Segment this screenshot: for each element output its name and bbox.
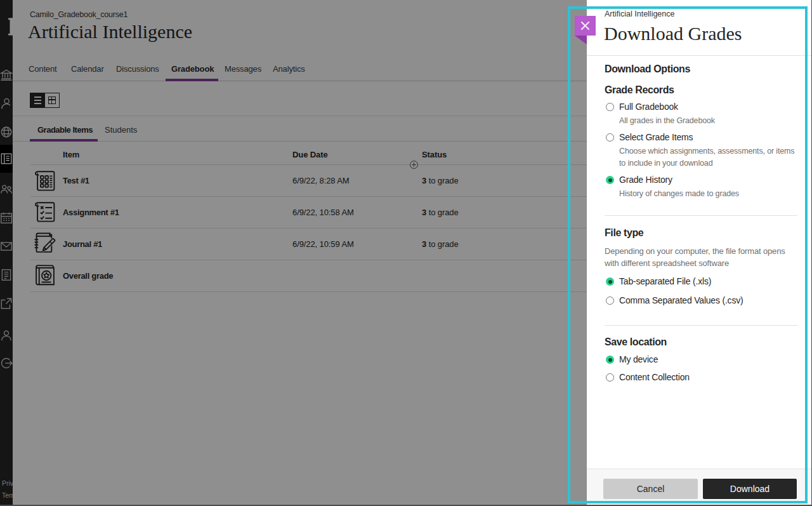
radio-tab-separated-label[interactable]: Tab-separated File (.xls)	[619, 276, 711, 286]
file-type-description: Depending on your computer, the file for…	[605, 246, 797, 269]
close-icon	[580, 21, 590, 30]
save-location-heading: Save location	[605, 336, 667, 348]
radio-content-collection-label[interactable]: Content Collection	[619, 372, 690, 382]
radio-my-device[interactable]	[606, 356, 614, 364]
section-divider	[605, 325, 797, 326]
download-button[interactable]: Download	[703, 479, 797, 499]
radio-select-grade-items-desc: Choose which assignments, assessments, o…	[619, 145, 802, 169]
panel-title: Download Grades	[604, 23, 742, 44]
radio-grade-history-label[interactable]: Grade History	[619, 175, 672, 185]
radio-comma-separated-label[interactable]: Comma Separated Values (.csv)	[619, 295, 743, 305]
radio-full-gradebook[interactable]	[606, 103, 614, 111]
radio-select-grade-items-label[interactable]: Select Grade Items	[619, 132, 693, 142]
radio-full-gradebook-label[interactable]: Full Gradebook	[619, 102, 678, 112]
radio-tab-separated[interactable]	[606, 277, 614, 286]
panel-close-button[interactable]	[575, 16, 596, 36]
panel-context-title: Artificial Intelligence	[605, 10, 674, 18]
download-options-heading: Download Options	[605, 63, 690, 75]
radio-grade-history-desc: History of changes made to grades	[619, 188, 802, 200]
radio-full-gradebook-desc: All grades in the Gradebook	[619, 115, 802, 127]
radio-grade-history[interactable]	[606, 176, 614, 184]
radio-content-collection[interactable]	[606, 373, 614, 382]
radio-comma-separated[interactable]	[606, 296, 614, 305]
app-window: Camilo_Gradebook_course1 Artificial Inte…	[0, 0, 812, 506]
section-divider	[605, 215, 797, 216]
grade-records-heading: Grade Records	[605, 84, 674, 96]
panel-footer: Cancel Download	[587, 469, 812, 506]
radio-my-device-label[interactable]: My device	[619, 354, 658, 364]
panel-header: Artificial Intelligence Download Grades	[587, 0, 812, 56]
file-type-heading: File type	[605, 227, 643, 239]
radio-select-grade-items[interactable]	[606, 133, 614, 142]
download-grades-panel: Artificial Intelligence Download Grades …	[587, 0, 812, 506]
modal-dim-overlay[interactable]	[0, 0, 587, 506]
cancel-button[interactable]: Cancel	[603, 479, 698, 499]
